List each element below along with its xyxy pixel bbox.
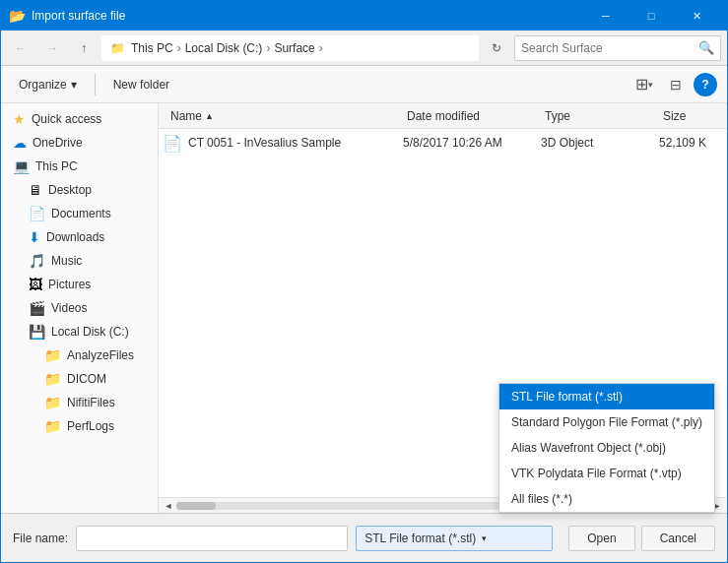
close-button[interactable]: ✕	[674, 1, 719, 31]
documents-icon: 📄	[29, 206, 45, 221]
title-bar: 📂 Import surface file ─ □ ✕	[1, 1, 727, 31]
col-header-type[interactable]: Type	[537, 103, 655, 128]
help-button[interactable]: ?	[694, 73, 717, 96]
file-name-input[interactable]	[76, 526, 348, 551]
onedrive-icon: ☁	[13, 135, 27, 151]
sidebar-item-quick-access[interactable]: ★ Quick access	[1, 107, 158, 131]
new-folder-button[interactable]: New folder	[105, 71, 177, 98]
sidebar-label-downloads: Downloads	[46, 230, 104, 244]
dropdown-item-vtp[interactable]: VTK Polydata File Format (*.vtp)	[499, 461, 714, 486]
scroll-thumb[interactable]	[176, 502, 216, 510]
file-type-wrapper: STL File format (*.stl) ▾	[356, 526, 553, 551]
action-buttons: Open Cancel	[568, 526, 715, 551]
sidebar-label-perflogs: PerfLogs	[67, 419, 114, 433]
organize-label: Organize	[19, 78, 67, 92]
sidebar-item-downloads[interactable]: ⬇ Downloads	[1, 225, 158, 249]
maximize-button[interactable]: □	[629, 1, 674, 31]
localdisk-icon: 💾	[29, 324, 45, 340]
breadcrumb-thispc: This PC	[131, 41, 173, 55]
organize-arrow: ▾	[71, 78, 77, 92]
search-input[interactable]	[521, 41, 698, 55]
sidebar-item-videos[interactable]: 🎬 Videos	[1, 296, 158, 320]
folder-icon: 📁	[110, 41, 125, 55]
dropdown-item-obj[interactable]: Alias Wavefront Object (*.obj)	[499, 435, 714, 461]
sidebar-item-onedrive[interactable]: ☁ OneDrive	[1, 131, 158, 155]
forward-button[interactable]: →	[38, 34, 66, 62]
sidebar-label-desktop: Desktop	[48, 183, 92, 197]
file-type-dropdown: STL File format (*.stl) Standard Polygon…	[498, 383, 715, 513]
col-header-name[interactable]: Name ▲	[163, 103, 399, 128]
thispc-icon: 💻	[13, 158, 30, 174]
sidebar-label-analyzefiles: AnalyzeFiles	[67, 348, 134, 362]
music-icon: 🎵	[29, 253, 45, 269]
sidebar-label-localdisk: Local Disk (C:)	[51, 325, 129, 339]
file-name: CT 0051 - InVesalius Sample	[188, 136, 403, 150]
search-icon[interactable]: 🔍	[698, 40, 714, 55]
file-icon: 📄	[163, 134, 182, 153]
file-name-label: File name:	[13, 532, 68, 545]
scroll-left-button[interactable]: ◄	[161, 498, 176, 514]
breadcrumb[interactable]: 📁 This PC › Local Disk (C:) › Surface ›	[101, 35, 479, 61]
sidebar-item-localdisk[interactable]: 💾 Local Disk (C:)	[1, 320, 158, 344]
videos-icon: 🎬	[29, 300, 45, 316]
table-row[interactable]: 📄 CT 0051 - InVesalius Sample 5/8/2017 1…	[159, 129, 727, 156]
back-icon: ←	[15, 41, 27, 55]
help-icon: ?	[701, 78, 708, 92]
file-date: 5/8/2017 10:26 AM	[403, 136, 541, 150]
dropdown-item-stl[interactable]: STL File format (*.stl)	[499, 384, 714, 409]
sidebar: ★ Quick access ☁ OneDrive 💻 This PC 🖥 De…	[1, 103, 159, 513]
dicom-icon: 📁	[44, 371, 61, 387]
refresh-button[interactable]: ↻	[483, 34, 510, 62]
title-icon: 📂	[9, 8, 26, 24]
sidebar-item-perflogs[interactable]: 📁 PerfLogs	[1, 414, 158, 438]
toolbar-separator	[95, 74, 96, 95]
file-type-select[interactable]: STL File format (*.stl) ▾	[356, 526, 553, 551]
sidebar-item-nifitifiles[interactable]: 📁 NifitiFiles	[1, 391, 158, 414]
view-arrow-icon: ▾	[648, 80, 653, 90]
up-icon: ↑	[81, 41, 87, 55]
file-size: 52,109 K	[659, 136, 727, 150]
sidebar-item-pictures[interactable]: 🖼 Pictures	[1, 273, 158, 296]
window: 📂 Import surface file ─ □ ✕ ← → ↑ 📁 This…	[0, 0, 728, 563]
toolbar-right: ⊞ ▾ ⊟ ?	[630, 71, 717, 98]
pane-icon: ⊟	[670, 77, 682, 93]
sidebar-label-quick-access: Quick access	[32, 112, 101, 126]
sidebar-item-documents[interactable]: 📄 Documents	[1, 202, 158, 225]
dropdown-arrow: ▾	[482, 533, 487, 543]
sidebar-scroll-area: ★ Quick access ☁ OneDrive 💻 This PC 🖥 De…	[1, 107, 158, 509]
view-pane-button[interactable]: ⊟	[662, 71, 690, 98]
sidebar-item-analyzefiles[interactable]: 📁 AnalyzeFiles	[1, 344, 158, 367]
dropdown-item-ply[interactable]: Standard Polygon File Format (*.ply)	[499, 409, 714, 435]
back-button[interactable]: ←	[7, 34, 34, 62]
up-button[interactable]: ↑	[70, 34, 98, 62]
col-header-date[interactable]: Date modified	[399, 103, 537, 128]
sidebar-item-thispc[interactable]: 💻 This PC	[1, 155, 158, 178]
bottom-bar: File name: STL File format (*.stl) ▾ Ope…	[1, 513, 727, 562]
view-toggle-button[interactable]: ⊞ ▾	[630, 71, 658, 98]
sidebar-label-pictures: Pictures	[48, 278, 91, 291]
analyzefiles-icon: 📁	[44, 347, 61, 363]
pictures-icon: 🖼	[29, 277, 42, 292]
minimize-button[interactable]: ─	[583, 1, 629, 31]
sidebar-label-thispc: This PC	[35, 159, 78, 173]
breadcrumb-localdisk: Local Disk (C:)	[185, 41, 263, 55]
sidebar-item-desktop[interactable]: 🖥 Desktop	[1, 178, 158, 202]
sidebar-label-nifitifiles: NifitiFiles	[67, 396, 115, 409]
sidebar-label-onedrive: OneDrive	[33, 136, 83, 150]
cancel-button[interactable]: Cancel	[641, 526, 715, 551]
nifitifiles-icon: 📁	[44, 395, 61, 410]
toolbar: Organize ▾ New folder ⊞ ▾ ⊟ ?	[1, 66, 727, 103]
quick-access-icon: ★	[13, 111, 26, 127]
sidebar-label-music: Music	[51, 254, 82, 268]
dropdown-item-all[interactable]: All files (*.*)	[499, 486, 714, 512]
sidebar-label-documents: Documents	[51, 207, 111, 220]
forward-icon: →	[46, 41, 58, 55]
organize-button[interactable]: Organize ▾	[11, 71, 85, 98]
sidebar-item-dicom[interactable]: 📁 DICOM	[1, 367, 158, 391]
address-bar: ← → ↑ 📁 This PC › Local Disk (C:) › Surf…	[1, 31, 727, 66]
open-button[interactable]: Open	[568, 526, 634, 551]
col-header-size[interactable]: Size	[655, 103, 727, 128]
sidebar-item-music[interactable]: 🎵 Music	[1, 249, 158, 273]
new-folder-label: New folder	[113, 78, 169, 92]
file-type: 3D Object	[541, 136, 659, 150]
